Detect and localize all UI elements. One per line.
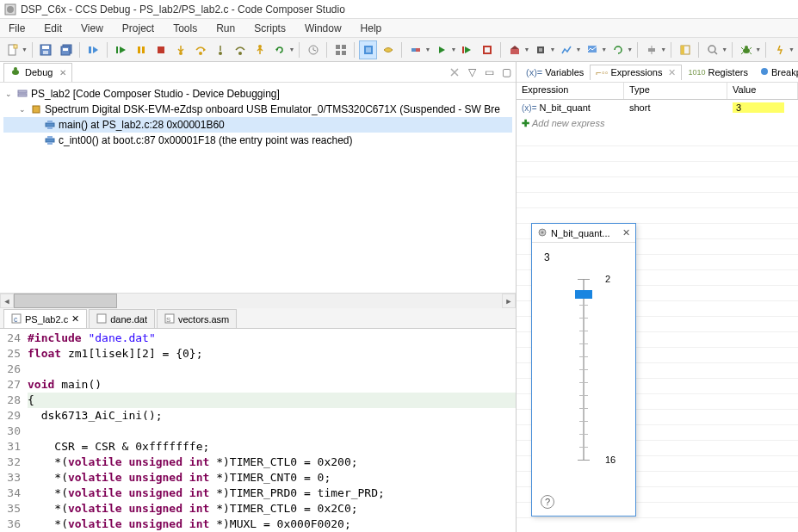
editor-tab-vectors[interactable]: S vectors.asm <box>157 309 237 328</box>
scroll-right-arrow[interactable]: ► <box>502 294 516 308</box>
terminate-button[interactable] <box>152 40 170 59</box>
dropdown-icon[interactable]: ▼ <box>22 46 28 53</box>
suspend-button[interactable] <box>132 40 150 59</box>
tab-breakpoints[interactable]: Breakpoints <box>754 65 798 80</box>
new-target-button[interactable] <box>331 40 350 59</box>
expand-icon[interactable]: ⌄ <box>17 105 28 114</box>
menu-run[interactable]: Run <box>211 21 240 36</box>
dropdown-icon[interactable]: ▼ <box>789 46 795 53</box>
asm-step-over-button[interactable] <box>231 40 249 59</box>
expression-value[interactable]: 3 <box>733 102 784 113</box>
build-button[interactable] <box>505 40 523 59</box>
connect-button[interactable] <box>406 40 424 59</box>
code-body[interactable]: #include "dane.dat" float zm1[lisek][2] … <box>24 329 516 532</box>
step-over-button[interactable] <box>191 40 209 59</box>
slider[interactable]: 2 16 <box>571 279 597 460</box>
ext-tools-button[interactable] <box>770 40 789 59</box>
go-main-button[interactable] <box>458 40 476 59</box>
step-return-button[interactable] <box>251 40 269 59</box>
free-run-button[interactable] <box>379 40 397 59</box>
asm-step-into-button[interactable] <box>211 40 229 59</box>
debug-tree-launch[interactable]: ⌄ PS_lab2 [Code Composer Studio - Device… <box>3 86 512 102</box>
code-editor[interactable]: 24252627282930313233343536 #include "dan… <box>0 329 516 532</box>
debug-button[interactable] <box>737 40 755 59</box>
toggle-breakpoint-button[interactable] <box>359 40 377 59</box>
popup-title: N_bit_quant... <box>551 228 610 238</box>
menu-edit[interactable]: Edit <box>39 21 67 36</box>
expression-row[interactable]: (x)= N_bit_quant short 3 <box>517 100 798 115</box>
debug-tree-target[interactable]: ⌄ Spectrum Digital DSK-EVM-eZdsp onboard… <box>3 102 512 117</box>
tab-debug[interactable]: Debug ✕ <box>3 63 72 82</box>
slider-thumb[interactable] <box>575 290 592 299</box>
menu-tools[interactable]: Tools <box>168 21 202 36</box>
tab-variables[interactable]: (x)= Variables <box>520 65 590 80</box>
step-into-button[interactable] <box>171 40 189 59</box>
editor-tab-dane[interactable]: dane.dat <box>89 309 155 328</box>
save-button[interactable] <box>37 40 55 59</box>
dropdown-icon[interactable]: ▼ <box>549 46 555 53</box>
save-all-button[interactable] <box>57 40 75 59</box>
maximize-button[interactable]: ▢ <box>500 66 512 78</box>
dropdown-icon[interactable]: ▼ <box>424 46 430 53</box>
menu-window[interactable]: Window <box>300 21 347 36</box>
halt-button[interactable] <box>478 40 496 59</box>
dropdown-icon[interactable]: ▼ <box>288 46 294 53</box>
menu-view[interactable]: View <box>76 21 108 36</box>
menu-project[interactable]: Project <box>117 21 159 36</box>
svg-rect-58 <box>47 142 53 145</box>
real-time-button[interactable] <box>304 40 322 59</box>
debug-tree[interactable]: ⌄ PS_lab2 [Code Composer Studio - Device… <box>0 83 516 293</box>
menu-help[interactable]: Help <box>356 21 387 36</box>
variable-slider-popup[interactable]: N_bit_quant... ✕ 3 2 16 ? <box>531 223 636 517</box>
new-button[interactable] <box>3 40 22 59</box>
menu-file[interactable]: File <box>3 21 30 36</box>
debug-config-button[interactable] <box>642 40 660 59</box>
slider-max-label: 16 <box>605 455 616 465</box>
dropdown-icon[interactable]: ▼ <box>601 46 607 53</box>
dropdown-icon[interactable]: ▼ <box>755 46 761 53</box>
close-icon[interactable]: ✕ <box>59 68 66 77</box>
dropdown-icon[interactable]: ▼ <box>523 46 529 53</box>
dropdown-icon[interactable]: ▼ <box>721 46 727 53</box>
open-perspective-button[interactable] <box>676 40 694 59</box>
dropdown-icon[interactable]: ▼ <box>660 46 666 53</box>
add-expression-row[interactable]: ✚ Add new express <box>517 115 798 131</box>
popup-title-bar[interactable]: N_bit_quant... ✕ <box>532 224 635 243</box>
column-value[interactable]: Value <box>727 83 798 99</box>
registers-icon: 1010 <box>688 68 705 77</box>
separator <box>698 42 699 58</box>
dropdown-icon[interactable]: ▼ <box>450 46 456 53</box>
tab-registers[interactable]: 1010 Registers <box>682 65 754 80</box>
menu-scripts[interactable]: Scripts <box>249 21 291 36</box>
editor-tab-pslab2[interactable]: c PS_lab2.c ✕ <box>3 309 87 328</box>
close-icon[interactable]: ✕ <box>71 313 79 325</box>
scroll-thumb[interactable] <box>14 294 117 308</box>
close-icon[interactable]: ✕ <box>668 67 676 78</box>
chip-button[interactable] <box>531 40 549 59</box>
scroll-left-arrow[interactable]: ◄ <box>0 294 14 308</box>
graph-button[interactable] <box>557 40 575 59</box>
debug-tree-frame-main[interactable]: main() at PS_lab2.c:28 0x00001B60 <box>3 117 512 133</box>
remove-launch-button[interactable] <box>448 66 461 78</box>
column-type[interactable]: Type <box>624 83 727 99</box>
column-expression[interactable]: Expression <box>517 83 624 99</box>
svg-point-45 <box>708 46 715 53</box>
scroll-track[interactable] <box>14 294 502 308</box>
tab-expressions[interactable]: ⌐◦◦ Expressions ✕ <box>590 65 682 80</box>
view-menu-button[interactable]: ▽ <box>466 66 478 78</box>
resume-button[interactable] <box>112 40 130 59</box>
run-button[interactable] <box>432 40 450 59</box>
refresh-button[interactable] <box>609 40 627 59</box>
restart-button[interactable] <box>84 40 102 59</box>
debug-tree-frame-cint00[interactable]: c_int00() at boot.c:87 0x00001F18 (the e… <box>3 133 512 148</box>
expand-icon[interactable]: ⌄ <box>3 90 14 98</box>
dropdown-icon[interactable]: ▼ <box>627 46 633 53</box>
search-button[interactable] <box>703 40 721 59</box>
image-analyzer-button[interactable] <box>583 40 601 59</box>
close-icon[interactable]: ✕ <box>622 227 630 238</box>
help-icon[interactable]: ? <box>541 495 554 509</box>
reset-button[interactable] <box>270 40 288 59</box>
horizontal-scrollbar[interactable]: ◄ ► <box>0 293 516 308</box>
dropdown-icon[interactable]: ▼ <box>575 46 581 53</box>
minimize-button[interactable]: ▭ <box>483 66 495 78</box>
